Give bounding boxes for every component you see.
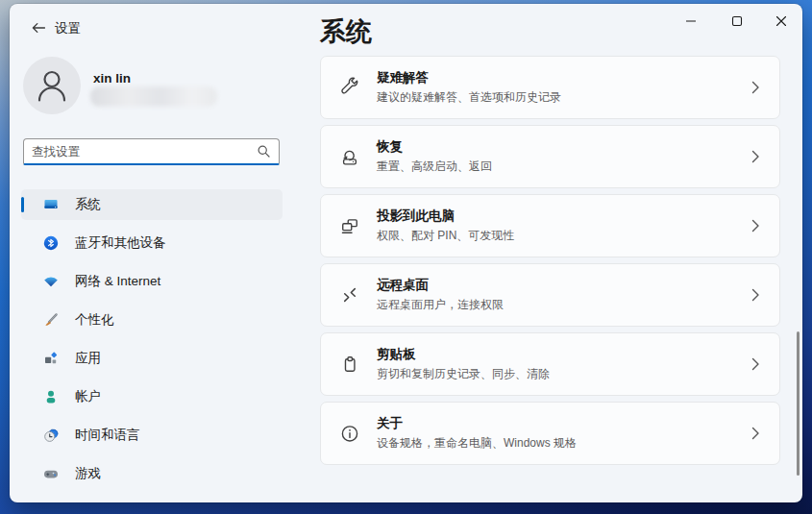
remote-desktop-icon [339, 284, 360, 306]
card-title: 恢复 [377, 138, 492, 156]
card-subtitle: 重置、高级启动、返回 [377, 159, 492, 175]
sidebar-item-personalization[interactable]: 个性化 [21, 305, 283, 335]
clipboard-icon [339, 354, 360, 375]
sidebar-item-time-language[interactable]: 时间和语言 [21, 420, 283, 451]
apps-icon [43, 351, 59, 366]
sidebar-item-label: 网络 & Internet [75, 273, 160, 290]
search-icon [257, 144, 271, 159]
back-button[interactable] [25, 14, 52, 41]
card-subtitle: 权限、配对 PIN、可发现性 [377, 228, 514, 244]
maximize-button[interactable] [718, 6, 756, 37]
app-title: 设置 [55, 20, 81, 37]
sidebar-item-label: 蓝牙和其他设备 [75, 234, 166, 252]
gamepad-icon [43, 466, 59, 481]
search-input[interactable] [32, 145, 257, 159]
minimize-icon [685, 15, 697, 27]
user-email-redacted [90, 86, 217, 107]
project-screens-icon [339, 215, 360, 236]
chevron-right-icon [749, 425, 762, 442]
chevron-right-icon [749, 355, 762, 373]
wifi-icon [43, 274, 59, 289]
chevron-right-icon [749, 148, 762, 165]
chevron-right-icon [749, 79, 762, 96]
settings-card-list: 疑难解答 建议的疑难解答、首选项和历史记录 恢复 重置、高级启动、返回 [320, 56, 780, 471]
card-subtitle: 设备规格，重命名电脑、Windows 规格 [377, 435, 577, 452]
card-subtitle: 建议的疑难解答、首选项和历史记录 [377, 89, 561, 106]
back-arrow-icon [29, 18, 48, 37]
wrench-icon [339, 77, 360, 98]
card-title: 疑难解答 [377, 69, 561, 86]
card-project-to-this-pc[interactable]: 投影到此电脑 权限、配对 PIN、可发现性 [320, 194, 780, 257]
chevron-right-icon [749, 217, 762, 234]
settings-window: 设置 xin lin [10, 4, 802, 502]
card-recovery[interactable]: 恢复 重置、高级启动、返回 [320, 125, 780, 188]
card-title: 投影到此电脑 [377, 208, 514, 225]
search-box[interactable] [23, 138, 280, 165]
maximize-icon [731, 15, 743, 27]
card-remote-desktop[interactable]: 远程桌面 远程桌面用户，连接权限 [320, 263, 780, 327]
sidebar-item-label: 应用 [75, 350, 101, 367]
card-title: 远程桌面 [377, 277, 504, 294]
display-icon [43, 197, 59, 212]
card-title: 剪贴板 [377, 346, 550, 363]
sidebar-item-label: 时间和语言 [75, 427, 140, 444]
sidebar-item-label: 帐户 [75, 388, 101, 405]
close-icon [775, 15, 787, 27]
page-title: 系统 [320, 14, 372, 49]
sidebar-item-accounts[interactable]: 帐户 [21, 381, 283, 412]
card-troubleshoot[interactable]: 疑难解答 建议的疑难解答、首选项和历史记录 [320, 56, 780, 119]
person-icon [43, 389, 59, 404]
info-icon [339, 423, 360, 444]
vertical-scrollbar[interactable] [797, 331, 800, 476]
sidebar-item-gaming[interactable]: 游戏 [21, 458, 283, 489]
avatar [23, 57, 81, 114]
sidebar-item-label: 系统 [75, 196, 101, 213]
sidebar-nav: 系统 蓝牙和其他设备 网络 & Internet [21, 189, 283, 497]
user-name: xin lin [93, 71, 131, 86]
chevron-right-icon [749, 286, 762, 304]
close-button[interactable] [762, 6, 800, 37]
recovery-icon [339, 146, 360, 167]
card-title: 关于 [377, 415, 577, 432]
bluetooth-icon [43, 235, 59, 251]
card-subtitle: 剪切和复制历史记录、同步、清除 [377, 366, 550, 382]
sidebar-item-apps[interactable]: 应用 [21, 343, 283, 374]
sidebar-item-label: 游戏 [75, 465, 101, 482]
card-subtitle: 远程桌面用户，连接权限 [377, 297, 504, 313]
sidebar-item-bluetooth[interactable]: 蓝牙和其他设备 [21, 228, 283, 258]
minimize-button[interactable] [672, 6, 710, 37]
person-outline-icon [23, 57, 81, 114]
clock-globe-icon [43, 428, 59, 443]
sidebar-item-system[interactable]: 系统 [21, 189, 283, 220]
card-about[interactable]: 关于 设备规格，重命名电脑、Windows 规格 [320, 402, 780, 465]
sidebar-item-label: 个性化 [75, 311, 114, 329]
card-clipboard[interactable]: 剪贴板 剪切和复制历史记录、同步、清除 [320, 332, 780, 396]
paintbrush-icon [43, 312, 59, 328]
sidebar-item-network[interactable]: 网络 & Internet [21, 266, 283, 297]
